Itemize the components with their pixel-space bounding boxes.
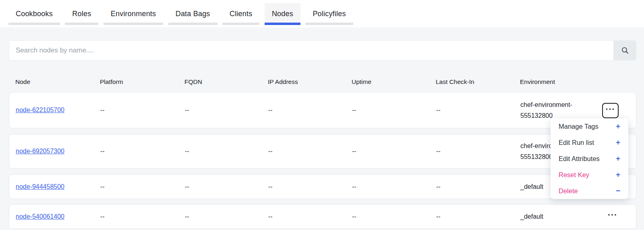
column-header-last-check-in: Last Check-In <box>429 78 514 86</box>
plus-icon: + <box>616 122 620 131</box>
cell-last-check-in: -- <box>430 148 514 155</box>
plus-icon: + <box>616 170 620 179</box>
table-header: Node Platform FQDN IP Address Uptime Las… <box>9 73 636 91</box>
tab-clients[interactable]: Clients <box>222 3 259 25</box>
cell-ip-address: -- <box>262 213 346 220</box>
cell-last-check-in: -- <box>430 213 514 220</box>
plus-icon: + <box>616 154 620 163</box>
table-row: node-622105700 -- -- -- -- -- chef-envir… <box>9 92 636 128</box>
menu-item-label: Edit Attributes <box>559 155 600 163</box>
cell-uptime: -- <box>346 148 430 155</box>
menu-item-delete[interactable]: Delete − <box>551 183 628 199</box>
cell-last-check-in: -- <box>430 107 514 114</box>
tab-data-bags[interactable]: Data Bags <box>168 3 217 25</box>
cell-fqdn: -- <box>178 183 262 190</box>
minus-icon: − <box>616 186 620 195</box>
cell-ip-address: -- <box>262 148 346 155</box>
table-row: node-540061400 -- -- -- -- -- _default ·… <box>9 204 636 229</box>
cell-platform: -- <box>94 183 178 190</box>
cell-uptime: -- <box>346 107 430 114</box>
cell-platform: -- <box>94 107 178 114</box>
column-header-platform: Platform <box>93 78 178 86</box>
row-actions-menu: Manage Tags + Edit Run list + Edit Attri… <box>551 118 628 199</box>
column-header-ip-address: IP Address <box>261 78 345 86</box>
cell-last-check-in: -- <box>430 183 514 190</box>
search-input[interactable] <box>9 40 613 61</box>
menu-item-label: Delete <box>559 187 578 195</box>
cell-fqdn: -- <box>178 148 262 155</box>
cell-fqdn: -- <box>178 213 262 220</box>
row-actions-button[interactable]: ··· <box>602 103 619 118</box>
search-button[interactable] <box>613 40 636 61</box>
node-link[interactable]: node-692057300 <box>16 148 64 155</box>
menu-item-edit-attributes[interactable]: Edit Attributes + <box>551 151 628 167</box>
column-header-fqdn: FQDN <box>178 78 261 86</box>
menu-item-edit-run-list[interactable]: Edit Run list + <box>551 134 628 151</box>
menu-item-label: Edit Run list <box>559 139 594 146</box>
cell-uptime: -- <box>346 183 430 190</box>
cell-environment: _default <box>520 211 543 222</box>
cell-ip-address: -- <box>262 107 346 114</box>
cell-platform: -- <box>94 213 178 220</box>
ellipsis-icon: ··· <box>606 107 615 111</box>
nodes-page: Cookbooks Roles Environments Data Bags C… <box>0 0 644 230</box>
table-row: node-944458500 -- -- -- -- -- _default <box>9 174 636 199</box>
column-header-environment: Environment <box>514 78 636 86</box>
tab-environments[interactable]: Environments <box>104 3 163 25</box>
menu-item-reset-key[interactable]: Reset Key + <box>551 167 628 183</box>
cell-environment: _default <box>520 181 543 192</box>
table-row: node-692057300 -- -- -- -- -- chef-envir… <box>9 134 636 169</box>
cell-fqdn: -- <box>178 107 262 114</box>
menu-item-manage-tags[interactable]: Manage Tags + <box>551 118 628 134</box>
tab-nodes[interactable]: Nodes <box>265 3 300 25</box>
node-link[interactable]: node-540061400 <box>16 213 64 220</box>
tab-policyfiles[interactable]: Policyfiles <box>305 3 353 25</box>
plus-icon: + <box>616 138 620 147</box>
main-tabbar: Cookbooks Roles Environments Data Bags C… <box>0 0 644 27</box>
ellipsis-icon: ··· <box>608 213 617 217</box>
node-link[interactable]: node-944458500 <box>16 183 64 190</box>
cell-ip-address: -- <box>262 183 346 190</box>
search-icon <box>621 46 629 54</box>
cell-uptime: -- <box>346 213 430 220</box>
column-header-node: Node <box>9 78 93 86</box>
menu-item-label: Reset Key <box>559 171 589 179</box>
column-header-uptime: Uptime <box>345 78 429 86</box>
node-link[interactable]: node-622105700 <box>16 107 64 113</box>
tab-roles[interactable]: Roles <box>65 3 98 25</box>
cell-environment: chef-environment-555132800 <box>520 99 591 121</box>
tab-cookbooks[interactable]: Cookbooks <box>8 3 60 25</box>
node-search-bar <box>9 40 636 61</box>
cell-platform: -- <box>94 148 178 155</box>
menu-item-label: Manage Tags <box>559 123 598 130</box>
row-actions-button[interactable]: ··· <box>608 215 617 219</box>
